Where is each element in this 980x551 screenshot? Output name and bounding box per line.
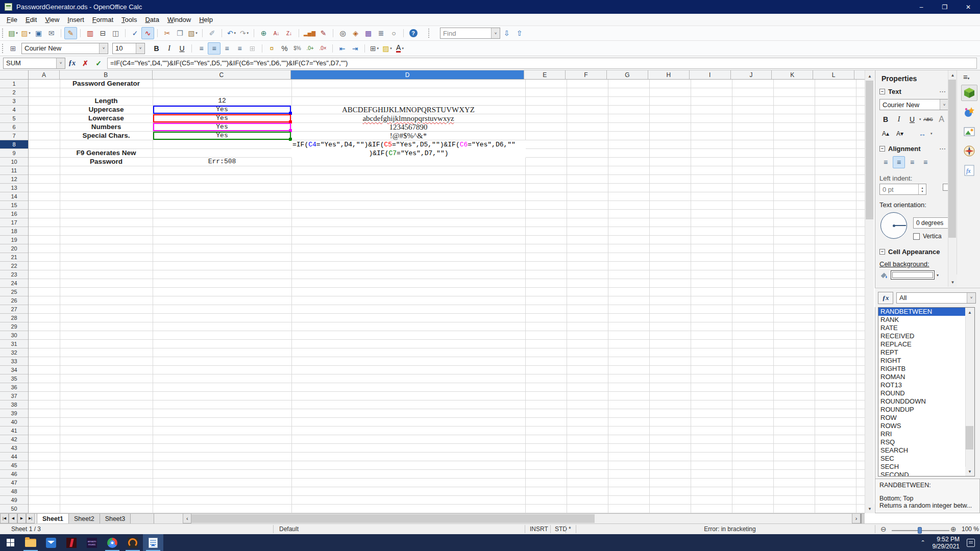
action-center-icon[interactable] (967, 539, 975, 547)
row-header[interactable]: 28 (0, 314, 28, 322)
row-header[interactable]: 50 (0, 505, 28, 513)
paste-button[interactable]: ▧ (186, 27, 199, 39)
function-list-item[interactable]: REPT (878, 348, 974, 357)
zoom-percent[interactable]: 100 % (962, 525, 979, 533)
function-list-item[interactable]: ROW (878, 414, 974, 422)
font-size-dropdown-arrow[interactable]: ˅ (136, 43, 144, 54)
row-header[interactable]: 22 (0, 262, 28, 270)
row-header[interactable]: 40 (0, 418, 28, 427)
row-header[interactable]: 1 (0, 80, 28, 88)
more-options-icon[interactable]: ⋯ (939, 145, 946, 153)
cell-C10[interactable]: Err:508 (153, 158, 291, 166)
decrease-indent-button[interactable]: ⇤ (336, 42, 349, 55)
find-toolbar-grip[interactable] (428, 28, 431, 38)
row-header[interactable]: 32 (0, 348, 28, 357)
pane-splitter-handle[interactable] (861, 514, 865, 523)
delete-decimal-button[interactable]: .0× (316, 42, 329, 55)
sidebar-settings-button[interactable]: ⊞ (7, 42, 19, 55)
row-header[interactable]: 20 (0, 244, 28, 253)
formula-input[interactable]: =IF(C4="Yes",D4,"")&IF(C5="Yes",D5,"")&I… (107, 58, 977, 69)
help-button[interactable]: ? (407, 27, 420, 39)
taskbar-amazon-music[interactable]: amazn music (82, 534, 102, 551)
row-header[interactable]: 5 (0, 114, 28, 123)
sidebar-align-left-button[interactable]: ≡ (879, 156, 892, 168)
zoom-slider-thumb[interactable] (918, 527, 922, 534)
row-header[interactable]: 16 (0, 210, 28, 218)
function-list-item[interactable]: ROMAN (878, 373, 974, 381)
scroll-down-arrow[interactable]: ▼ (865, 504, 874, 513)
cell-D6[interactable]: 1234567890 (291, 123, 525, 132)
print-preview-button[interactable]: ◫ (109, 27, 122, 39)
row-header[interactable]: 4 (0, 106, 28, 114)
menu-item[interactable]: File (3, 14, 21, 25)
sidebar-italic-button[interactable]: I (893, 113, 905, 126)
row-header[interactable]: 7 (0, 132, 28, 140)
find-previous-button[interactable]: ⇧ (513, 27, 526, 39)
function-list-item[interactable]: SEARCH (878, 446, 974, 455)
number-percent-button[interactable]: % (278, 42, 291, 55)
background-color-swatch[interactable] (891, 270, 935, 280)
column-header[interactable]: L (813, 70, 854, 80)
shrink-font-button[interactable]: A▾ (894, 128, 906, 140)
zoom-out-icon[interactable]: ⊖ (880, 525, 887, 533)
formatting-grip[interactable] (2, 43, 5, 54)
function-list-item[interactable]: ROT13 (878, 381, 974, 389)
cell-B5[interactable]: Lowercase (60, 114, 153, 123)
row-header[interactable]: 6 (0, 123, 28, 132)
taskbar-clock[interactable]: 9:52 PM 9/29/2021 (933, 536, 960, 550)
row-header[interactable]: 42 (0, 435, 28, 444)
cell-D8-editor[interactable]: =IF(C4="Yes",D4,"")&IF(C5="Yes",D5,"")&I… (291, 140, 526, 158)
vertically-stacked-checkbox[interactable] (913, 233, 920, 240)
row-header[interactable]: 15 (0, 201, 28, 210)
name-box-dropdown-arrow[interactable]: ˅ (56, 58, 65, 68)
spacing-dropdown-arrow[interactable]: ▾ (930, 132, 933, 136)
row-header[interactable]: 9 (0, 149, 28, 158)
add-decimal-button[interactable]: .0+ (304, 42, 316, 55)
sidebar-align-right-button[interactable]: ≡ (906, 156, 918, 168)
hyperlink-button[interactable]: ⊕ (257, 27, 270, 39)
menu-item[interactable]: Format (88, 14, 117, 25)
taskbar-openoffice[interactable] (122, 534, 143, 551)
paint-bucket-icon[interactable] (879, 270, 889, 280)
function-list-item[interactable]: ROUNDUP (878, 406, 974, 414)
row-header[interactable]: 30 (0, 331, 28, 340)
prev-sheet-button[interactable]: ◀ (9, 514, 17, 523)
menu-item[interactable]: Data (141, 14, 163, 25)
cell-B4[interactable]: Uppercase (60, 106, 153, 114)
row-header[interactable]: 41 (0, 427, 28, 435)
cell-B1[interactable]: Password Generator (60, 80, 153, 88)
sidebar-bold-button[interactable]: B (879, 113, 892, 126)
taskbar-mail[interactable] (41, 534, 61, 551)
taskbar-calc-active[interactable] (143, 534, 163, 551)
navigator-button[interactable]: ◈ (349, 27, 362, 39)
cell-appearance-section-header[interactable]: − Cell Appearance ⋯ (879, 248, 956, 256)
find-next-button[interactable]: ⇩ (500, 27, 513, 39)
row-header[interactable]: 36 (0, 383, 28, 392)
sidebar-align-justify-button[interactable]: ≡ (919, 156, 932, 168)
function-wizard-panel-button[interactable]: ƒx (878, 292, 893, 304)
collapse-icon[interactable]: − (879, 89, 885, 94)
maximize-button[interactable]: ❐ (933, 0, 957, 14)
function-scroll-up[interactable]: ▲ (965, 308, 974, 317)
left-indent-spinbox[interactable]: 0 pt ▴▾ (879, 184, 926, 195)
row-header[interactable]: 23 (0, 270, 28, 279)
text-section-header[interactable]: − Text ⋯ (879, 88, 946, 95)
row-header[interactable]: 37 (0, 392, 28, 400)
vertical-scroll-thumb[interactable] (866, 81, 873, 219)
tab-styles[interactable] (961, 104, 977, 120)
function-list-item[interactable]: SECOND (878, 471, 974, 477)
cell-B7[interactable]: Special Chars. (60, 132, 153, 140)
email-button[interactable]: ✉ (45, 27, 58, 39)
menu-item[interactable]: Edit (21, 14, 41, 25)
row-header[interactable]: 3 (0, 97, 28, 106)
format-paintbrush-button[interactable]: ✐ (206, 27, 218, 39)
accept-button[interactable]: ✓ (92, 58, 105, 69)
save-button[interactable]: ▣ (32, 27, 45, 39)
column-header[interactable]: H (648, 70, 690, 80)
sort-descending-button[interactable]: Z↓ (283, 27, 296, 39)
align-left-button[interactable]: ≡ (195, 42, 208, 55)
orientation-dial[interactable] (880, 212, 907, 239)
row-header[interactable]: 48 (0, 487, 28, 496)
row-header[interactable]: 26 (0, 296, 28, 305)
cut-button[interactable]: ✂ (161, 27, 174, 39)
